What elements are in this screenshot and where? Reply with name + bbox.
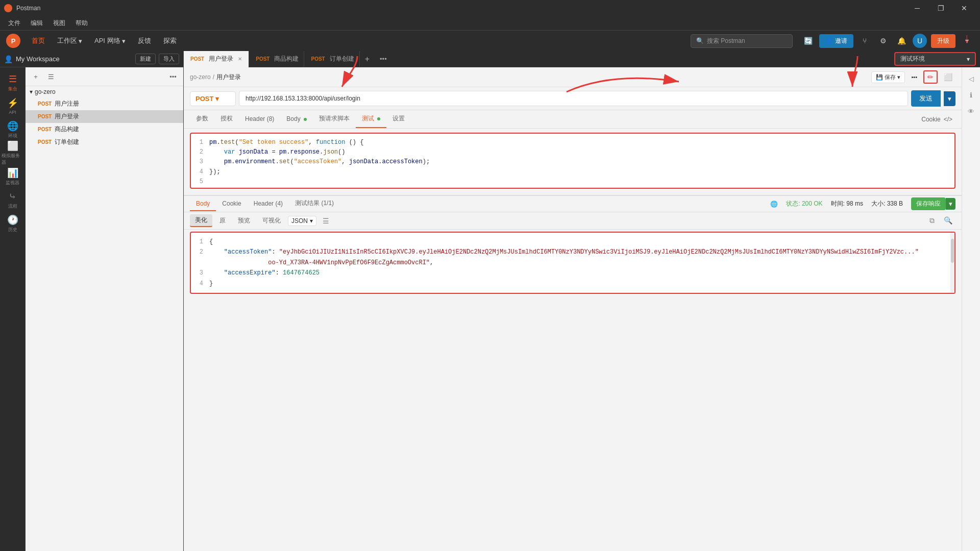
fmt-beautify[interactable]: 美化	[190, 214, 212, 227]
nav-home[interactable]: 首页	[27, 34, 50, 47]
tab-product-build[interactable]: POST 商品构建	[249, 51, 304, 67]
menu-view[interactable]: 视图	[49, 17, 69, 29]
tab-name: 用户登录	[209, 55, 233, 63]
sidebar-icon-env[interactable]: 🌐 环境	[2, 118, 24, 141]
response-area: Body Cookie Header (4) 测试结果 (1/1) 🌐 状态: …	[184, 195, 962, 551]
nav-workspace[interactable]: 工作区 ▾	[52, 34, 87, 47]
sidebar-icon-mock[interactable]: ⬜ 模拟服务器	[2, 142, 24, 164]
sidebar-icon-monitor[interactable]: 📊 监视器	[2, 165, 24, 188]
env-dropdown-icon: ▾	[967, 56, 970, 63]
sidebar-icon-flow[interactable]: ⤷ 流程	[2, 189, 24, 211]
breadcrumb-current: 用户登录	[216, 73, 241, 82]
fork-icon[interactable]: ⑂	[857, 34, 872, 48]
search-icon[interactable]: 🔍	[941, 215, 955, 227]
sidebar: ☰ 集合 ⚡ API 🌐 环境 ⬜ 模拟服务器 📊 监视器	[0, 67, 184, 551]
save-response-btn[interactable]: 保存响应	[911, 197, 946, 210]
invite-button[interactable]: 👤 邀请	[819, 34, 853, 48]
cookie-button[interactable]: Cookie	[921, 116, 940, 123]
tab-prerequest[interactable]: 预请求脚本	[313, 110, 356, 128]
workspace-icon: 👤	[4, 55, 13, 63]
import-button[interactable]: 导入	[159, 54, 179, 64]
nav-api[interactable]: API 网络 ▾	[89, 34, 131, 47]
json-line-3: 3 "accessExpire": 1647674625	[195, 268, 950, 278]
settings-icon[interactable]: ⚙	[876, 34, 890, 48]
nav-feedback[interactable]: 反馈	[133, 34, 156, 47]
send-dropdown[interactable]: ▾	[944, 91, 955, 106]
tab-params[interactable]: 参数	[190, 110, 214, 128]
resp-format-tabs: 美化 原 预览 可视化 JSON ▾ ☰ ⧉ 🔍	[184, 212, 962, 230]
req-product-build[interactable]: POST 商品构建	[26, 123, 183, 136]
sidebar-add-btn[interactable]: +	[30, 70, 42, 83]
menu-edit[interactable]: 编辑	[27, 17, 47, 29]
title-bar: Postman ─ ❐ ✕	[0, 0, 980, 16]
resp-tab-testresult[interactable]: 测试结果 (1/1)	[289, 196, 340, 212]
body-dot	[304, 118, 307, 121]
tab-add-button[interactable]: +	[360, 53, 375, 66]
maximize-button[interactable]: ❐	[929, 0, 952, 16]
notification-icon[interactable]: 🔔	[894, 34, 909, 48]
tab-order-create[interactable]: POST 订单创建	[304, 51, 359, 67]
req-user-register[interactable]: POST 用户注册	[26, 97, 183, 110]
tab-tests[interactable]: 测试	[356, 110, 386, 128]
tab-settings[interactable]: 设置	[386, 110, 411, 128]
sidebar-header: + ☰ •••	[26, 67, 183, 86]
right-eye-btn[interactable]: 👁	[964, 104, 978, 118]
minimize-button[interactable]: ─	[905, 0, 929, 16]
tab-body[interactable]: Body	[280, 111, 313, 128]
filter-icon[interactable]: ☰	[318, 215, 333, 227]
save-resp-dropdown[interactable]: ▾	[946, 198, 955, 210]
panel-button[interactable]: ⬜	[941, 71, 955, 83]
fmt-visualize[interactable]: 可视化	[257, 215, 286, 227]
sidebar-more-btn[interactable]: •••	[167, 70, 179, 83]
fmt-raw[interactable]: 原	[214, 215, 231, 227]
resp-size: 大小: 338 B	[871, 199, 903, 208]
env-selector[interactable]: 测试环境 ▾ ↑	[894, 52, 976, 66]
breadcrumb-parent: go-zero	[190, 73, 211, 81]
req-user-login[interactable]: POST 用户登录	[26, 110, 183, 123]
scrollbar-thumb[interactable]	[951, 239, 954, 263]
req-order-create[interactable]: POST 订单创建	[26, 136, 183, 148]
code-editor: 1 pm.test("Set token success", function …	[190, 133, 955, 189]
collection-go-zero[interactable]: ▾ go-zero	[26, 86, 183, 97]
tab-user-login[interactable]: POST 用户登录 ✕	[184, 51, 249, 67]
tab-auth[interactable]: 授权	[214, 110, 239, 128]
right-info-btn[interactable]: ℹ	[964, 88, 978, 102]
resp-tab-header[interactable]: Header (4)	[248, 197, 289, 211]
json-format-select[interactable]: JSON ▾	[288, 216, 316, 226]
tests-dot	[377, 117, 380, 120]
sidebar-icon-collection[interactable]: ☰ 集合	[2, 71, 24, 94]
nav-explore[interactable]: 探索	[158, 34, 182, 47]
tab-headers[interactable]: Header (8)	[239, 111, 280, 128]
scrollbar-track[interactable]	[950, 233, 954, 293]
more-button[interactable]: •••	[908, 72, 920, 82]
tab-more-button[interactable]: •••	[375, 53, 392, 65]
upgrade-button[interactable]: 升级	[931, 34, 955, 48]
save-button[interactable]: 💾保存▾	[871, 71, 905, 83]
request-bar: POST ▾ 发送 ▾	[184, 87, 962, 110]
fmt-preview[interactable]: 预览	[233, 215, 255, 227]
sync-icon[interactable]: 🔄	[801, 34, 815, 48]
method-select[interactable]: POST ▾	[190, 91, 236, 106]
code-view-icon[interactable]: </>	[941, 112, 955, 127]
send-button[interactable]: 发送	[911, 90, 941, 107]
main-area: go-zero / 用户登录 💾保存▾ ••• ✏ ⬜ POST ▾	[184, 67, 962, 551]
nav-search[interactable]: 🔍 搜索 Postman	[691, 34, 793, 48]
sidebar-filter-btn[interactable]: ☰	[45, 70, 57, 83]
resp-tab-body[interactable]: Body	[190, 197, 216, 211]
resp-tab-cookie[interactable]: Cookie	[216, 197, 247, 211]
tabs-list: POST 用户登录 ✕ POST 商品构建 POST 订单创建 + •••	[184, 51, 894, 67]
new-button[interactable]: 新建	[135, 54, 156, 64]
sidebar-icon-api[interactable]: ⚡ API	[2, 95, 24, 117]
right-panel-btn[interactable]: ◁	[964, 71, 978, 86]
menu-file[interactable]: 文件	[4, 17, 24, 29]
user-avatar[interactable]: U	[913, 34, 927, 48]
url-input[interactable]	[239, 91, 908, 106]
tab-method-post: POST	[309, 56, 326, 62]
expand-icon[interactable]: ▾	[960, 34, 974, 48]
sidebar-icon-history[interactable]: 🕐 历史	[2, 212, 24, 235]
close-button[interactable]: ✕	[952, 0, 976, 16]
edit-button[interactable]: ✏	[923, 70, 938, 84]
tab-close[interactable]: ✕	[236, 56, 243, 62]
menu-help[interactable]: 帮助	[71, 17, 92, 29]
copy-icon[interactable]: ⧉	[926, 215, 938, 227]
